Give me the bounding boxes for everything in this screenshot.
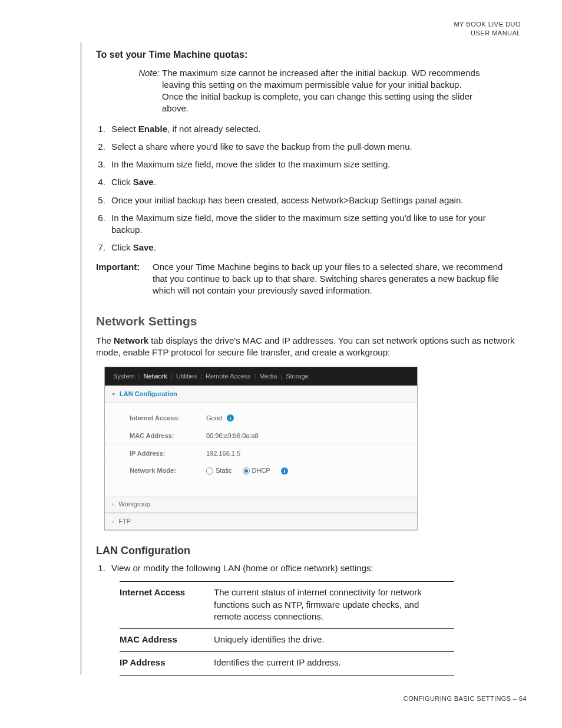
network-settings-ui: System| Network| Utilities| Remote Acces… — [104, 367, 418, 531]
step-item: Click Save. — [108, 242, 517, 253]
tab-utilities[interactable]: Utilities — [176, 372, 197, 381]
page-footer: CONFIGURING BASIC SETTINGS – 64 — [404, 694, 527, 703]
def-term-ip: IP Address — [120, 652, 214, 675]
label-ip-address: IP Address: — [130, 449, 206, 458]
def-term-mac: MAC Address — [120, 629, 214, 652]
important-body: Once your Time Machine begins to back up… — [153, 261, 517, 297]
page-header: MY BOOK LIVE DUO USER MANUAL — [0, 20, 521, 38]
header-doc-type: USER MANUAL — [0, 29, 521, 38]
table-row: MAC Address Uniquely identifies the driv… — [120, 629, 454, 652]
important-block: Important: Once your Time Machine begins… — [96, 261, 517, 297]
tm-quota-heading: To set your Time Machine quotas: — [96, 48, 517, 61]
def-desc-mac: Uniquely identifies the drive. — [214, 629, 454, 652]
field-mac-address: MAC Address: 00:90:a9:b6:0a:a8 — [105, 427, 417, 444]
step-item: Click Save. — [108, 176, 517, 188]
step-item: View or modify the following LAN (home o… — [108, 562, 517, 574]
step-item: Select Enable, if not already selected. — [108, 123, 517, 135]
tab-system[interactable]: System — [113, 372, 135, 381]
accordion-ftp[interactable]: › FTP — [105, 513, 417, 530]
field-ip-address: IP Address: 192.168.1.5 — [105, 444, 417, 462]
tab-network[interactable]: Network — [144, 372, 167, 381]
accordion-lan-title: LAN Configuration — [120, 390, 177, 398]
accordion-workgroup[interactable]: › Workgroup — [105, 496, 417, 513]
header-product: MY BOOK LIVE DUO — [0, 20, 521, 29]
chevron-right-icon: › — [112, 518, 114, 526]
network-settings-heading: Network Settings — [96, 313, 517, 330]
info-icon[interactable]: i — [227, 414, 234, 421]
value-ip-address: 192.168.1.5 — [206, 449, 240, 458]
step-item: In the Maximum size field, move the slid… — [108, 159, 517, 170]
info-icon[interactable]: i — [281, 467, 288, 475]
label-mac-address: MAC Address: — [130, 431, 206, 440]
lan-body: Internet Access: Good i MAC Address: 00:… — [105, 403, 417, 496]
label-network-mode: Network Mode: — [130, 466, 206, 475]
field-network-mode: Network Mode: Static DHCP i — [105, 462, 417, 479]
accordion-lan[interactable]: ▾ LAN Configuration — [105, 386, 417, 403]
important-label: Important: — [96, 261, 153, 297]
label-internet-access: Internet Access: — [130, 414, 206, 423]
accordion-workgroup-title: Workgroup — [118, 500, 150, 509]
note-body: The maximum size cannot be increased aft… — [162, 67, 485, 115]
field-internet-access: Internet Access: Good i — [105, 410, 417, 427]
table-row: IP Address Identifies the current IP add… — [120, 652, 454, 675]
network-intro: The Network tab displays the drive's MAC… — [96, 335, 517, 359]
content-column: To set your Time Machine quotas: Note: T… — [81, 42, 517, 675]
step-item: Once your initial backup has been create… — [108, 195, 517, 206]
tab-storage[interactable]: Storage — [286, 372, 309, 381]
manual-page: MY BOOK LIVE DUO USER MANUAL To set your… — [0, 0, 562, 728]
step-item: In the Maximum size field, move the slid… — [108, 212, 517, 236]
note-block: Note: The maximum size cannot be increas… — [131, 67, 485, 115]
value-internet-access: Good — [206, 414, 222, 423]
tab-remote-access[interactable]: Remote Access — [206, 372, 250, 381]
radio-static[interactable]: Static — [206, 466, 232, 475]
lan-configuration-heading: LAN Configuration — [96, 543, 517, 558]
chevron-down-icon: ▾ — [112, 390, 115, 398]
chevron-right-icon: › — [112, 500, 114, 509]
lan-definition-table: Internet Access The current status of in… — [120, 581, 454, 675]
def-term-internet: Internet Access — [120, 582, 214, 629]
lan-steps: View or modify the following LAN (home o… — [96, 562, 517, 574]
note-label: Note: — [131, 67, 162, 115]
accordion-ftp-title: FTP — [118, 517, 131, 526]
tab-media[interactable]: Media — [259, 372, 277, 381]
table-row: Internet Access The current status of in… — [120, 582, 454, 629]
ui-tabs: System| Network| Utilities| Remote Acces… — [105, 367, 417, 386]
step-item: Select a share where you'd like to save … — [108, 141, 517, 153]
def-desc-internet: The current status of internet connectiv… — [214, 582, 454, 629]
value-mac-address: 00:90:a9:b6:0a:a8 — [206, 431, 259, 440]
def-desc-ip: Identifies the current IP address. — [214, 652, 454, 675]
steps-list: Select Enable, if not already selected. … — [96, 123, 517, 254]
radio-icon — [243, 467, 250, 475]
radio-dhcp[interactable]: DHCP — [243, 466, 270, 475]
radio-icon — [206, 467, 213, 475]
